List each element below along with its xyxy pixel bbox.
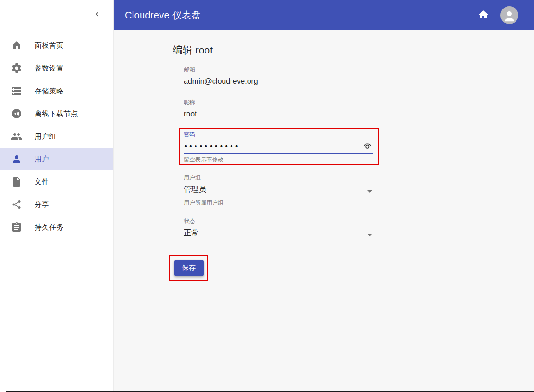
user-group-label: 用户组 (184, 174, 373, 181)
password-label: 密码 (184, 131, 373, 138)
user-group-field: 用户组 管理员 用户所属用户组 (184, 174, 373, 206)
email-label: 邮箱 (184, 66, 373, 73)
nickname-label: 昵称 (184, 99, 373, 106)
sidebar-item-files[interactable]: 文件 (0, 170, 113, 193)
home-icon (11, 40, 22, 51)
appbar-actions (474, 6, 534, 25)
email-input[interactable]: admin@cloudreve.org (184, 77, 373, 89)
sidebar-item-label: 离线下载节点 (35, 109, 78, 118)
status-select[interactable]: 正常 (184, 228, 373, 241)
toggle-password-visibility-button[interactable] (362, 141, 373, 151)
password-helper-text: 留空表示不修改 (184, 156, 373, 163)
page-title: 编辑 root (173, 44, 213, 57)
home-button[interactable] (474, 6, 493, 25)
sidebar-item-label: 用户 (35, 155, 49, 164)
status-selected-value: 正常 (184, 229, 199, 237)
collapse-sidebar-button[interactable] (89, 8, 105, 23)
status-label: 状态 (184, 218, 373, 224)
sidebar-item-label: 文件 (35, 178, 49, 187)
sidebar-item-settings[interactable]: 参数设置 (0, 57, 113, 80)
sidebar-menu: 面板首页 参数设置 存储策略 (0, 34, 113, 239)
chevron-down-icon (367, 234, 372, 236)
sidebar-item-label: 面板首页 (35, 41, 63, 50)
user-group-selected-value: 管理员 (184, 185, 206, 193)
storage-icon (11, 85, 22, 97)
gear-icon (11, 62, 22, 74)
sidebar-item-offline-download-nodes[interactable]: 离线下载节点 (0, 102, 113, 125)
sidebar-item-label: 持久任务 (35, 223, 63, 232)
person-icon (502, 6, 516, 24)
sidebar-item-persistent-tasks[interactable]: 持久任务 (0, 216, 113, 239)
sidebar: 面板首页 参数设置 存储策略 (0, 0, 114, 392)
sidebar-item-label: 参数设置 (35, 64, 63, 73)
sidebar-header (0, 0, 113, 30)
main-content: 编辑 root 邮箱 admin@cloudreve.org 昵称 root 密… (114, 30, 534, 392)
status-field: 状态 正常 (184, 218, 373, 241)
password-field: 密码 ••••••••••• 留空表示不修改 (184, 131, 373, 163)
nickname-input[interactable]: root (184, 109, 373, 122)
save-button[interactable]: 保存 (174, 260, 204, 276)
sidebar-item-dashboard-home[interactable]: 面板首页 (0, 34, 113, 57)
text-caret (240, 142, 240, 150)
sidebar-item-storage-policy[interactable]: 存储策略 (0, 80, 113, 102)
sidebar-item-label: 分享 (35, 200, 49, 209)
people-icon (11, 131, 22, 142)
share-icon (11, 199, 22, 210)
sidebar-item-label: 用户组 (35, 132, 56, 141)
person-icon (11, 153, 22, 165)
sidebar-item-user-groups[interactable]: 用户组 (0, 125, 113, 148)
file-icon (11, 176, 22, 187)
broadcast-icon (11, 108, 22, 119)
app-title: Cloudreve 仪表盘 (125, 9, 201, 22)
sidebar-item-label: 存储策略 (35, 87, 63, 96)
nickname-field: 昵称 root (184, 99, 373, 122)
password-input[interactable]: ••••••••••• (184, 142, 373, 154)
appbar: Cloudreve 仪表盘 (114, 0, 534, 30)
cloudreve-dashboard: 面板首页 参数设置 存储策略 (0, 0, 534, 392)
sidebar-item-shares[interactable]: 分享 (0, 193, 113, 216)
user-avatar[interactable] (500, 6, 518, 24)
clipboard-icon (11, 222, 22, 233)
user-group-select[interactable]: 管理员 (184, 185, 373, 197)
chevron-left-icon (93, 10, 101, 20)
home-icon (478, 9, 489, 22)
sidebar-item-users[interactable]: 用户 (0, 148, 113, 170)
user-group-helper-text: 用户所属用户组 (184, 199, 373, 206)
chevron-down-icon (367, 190, 372, 193)
password-masked-value: ••••••••••• (184, 143, 240, 150)
email-field: 邮箱 admin@cloudreve.org (184, 66, 373, 89)
